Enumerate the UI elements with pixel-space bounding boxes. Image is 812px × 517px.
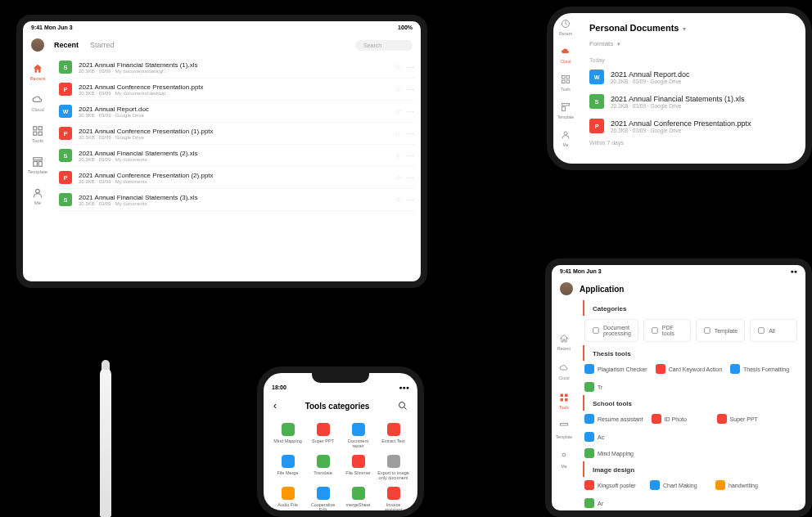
tool-item[interactable]: Mind Mapping [584, 448, 642, 458]
more-icon[interactable]: ⋯ [406, 107, 414, 116]
search-input[interactable]: Search [355, 40, 413, 51]
search-icon[interactable] [398, 401, 408, 411]
file-name: 2021 Annual Conference Presentation.pptx [611, 119, 794, 128]
more-icon[interactable]: ⋯ [406, 173, 414, 182]
tool-item[interactable]: Chart Making [650, 480, 707, 490]
file-row[interactable]: P2021 Annual Conference Presentation (2)… [59, 167, 414, 189]
back-icon[interactable]: ‹ [273, 400, 277, 411]
file-row[interactable]: W2021 Annual Report.doc20.3KB · 03/09 · … [578, 65, 805, 89]
svg-rect-26 [759, 328, 765, 334]
category-card[interactable]: All [750, 319, 797, 342]
more-icon[interactable]: ⋯ [406, 63, 414, 72]
file-row[interactable]: S2021 Annual Financial Statements (2).xl… [59, 145, 414, 167]
home-icon [32, 63, 43, 74]
sidebar-item-me[interactable]: Me [558, 451, 570, 469]
sidebar-item-tools[interactable]: Tools [32, 125, 43, 143]
tool-item[interactable]: Kingsoft poster [584, 480, 642, 490]
tool-item[interactable]: Invoice assistant [377, 487, 409, 512]
sidebar: Recent Cloud Tools Template Me [23, 56, 52, 285]
title[interactable]: Personal Documents ▾ [589, 20, 794, 34]
file-icon: P [59, 83, 72, 96]
tab-starred[interactable]: Starred [90, 41, 115, 49]
sidebar-item-recent[interactable]: Recent [559, 18, 572, 36]
tool-item[interactable]: File Merge [272, 455, 304, 480]
tool-item[interactable]: Plagiarism Checker [584, 364, 647, 374]
star-icon[interactable]: ☆ [395, 129, 401, 137]
file-row[interactable]: P2021 Annual Conference Presentation.ppt… [578, 114, 805, 138]
header: Application [552, 277, 805, 300]
tool-icon [584, 382, 594, 392]
formats-filter[interactable]: Formats ▾ [589, 34, 794, 49]
file-row[interactable]: S2021 Annual Financial Statements (3).xl… [59, 189, 414, 211]
star-icon[interactable]: ☆ [395, 63, 401, 71]
tool-item[interactable]: Export to image only document [377, 455, 409, 480]
svg-rect-13 [562, 104, 569, 106]
tool-item[interactable]: File Slimmer [342, 455, 374, 480]
tool-item[interactable]: Tr [584, 382, 642, 392]
tool-item[interactable]: Audio File [272, 487, 304, 512]
category-card[interactable]: PDF tools [643, 319, 691, 342]
more-icon[interactable]: ⋯ [406, 196, 414, 205]
star-icon[interactable]: ☆ [395, 173, 401, 182]
person-icon [558, 451, 570, 462]
file-icon: P [59, 127, 72, 140]
svg-rect-18 [565, 394, 568, 398]
tool-icon [652, 414, 661, 424]
sidebar-item-cloud[interactable]: Cloud [560, 46, 571, 64]
sidebar-item-template[interactable]: Template [557, 101, 574, 119]
tool-item[interactable]: Cooperative Edit [307, 487, 339, 512]
tool-item[interactable]: handwriting [715, 480, 773, 490]
svg-rect-0 [34, 127, 37, 130]
tool-icon [282, 487, 295, 500]
category-card[interactable]: Template [696, 319, 745, 342]
file-row[interactable]: P2021 Annual Conference Presentation (1)… [59, 123, 414, 145]
file-row[interactable]: P2021 Annual Conference Presentation.ppt… [59, 79, 414, 101]
sidebar-item-recent[interactable]: Recent [557, 333, 571, 351]
tool-item[interactable]: Ac [584, 432, 642, 442]
file-row[interactable]: S2021 Annual Financial Statements (1).xl… [59, 56, 414, 79]
star-icon[interactable]: ☆ [395, 107, 401, 115]
file-row[interactable]: W2021 Annual Report.doc20.3KB · 03/09 · … [59, 101, 414, 123]
tab-recent[interactable]: Recent [54, 41, 79, 49]
file-row[interactable]: S2021 Annual Financial Statements (1).xl… [578, 89, 805, 114]
more-icon[interactable]: ⋯ [406, 85, 414, 94]
tool-name: Mind Mapping [598, 451, 634, 456]
tool-item[interactable]: Extract Text [377, 423, 409, 448]
tool-item[interactable]: Super PPT [307, 423, 339, 448]
sidebar-item-cloud[interactable]: Cloud [31, 94, 44, 112]
grid-icon [558, 392, 570, 403]
sidebar-item-me[interactable]: Me [560, 129, 571, 147]
sidebar-item-cloud[interactable]: Cloud [558, 362, 570, 380]
category-name: Document processing [603, 325, 631, 336]
star-icon[interactable]: ☆ [395, 85, 401, 93]
avatar[interactable] [31, 38, 44, 52]
tool-name: Tr [598, 384, 602, 390]
tool-icon [282, 455, 295, 468]
tool-icon [352, 423, 365, 436]
tool-item[interactable]: Card Keyword Action [656, 364, 722, 374]
tool-item[interactable]: Mind Mapping [272, 423, 304, 448]
tool-item[interactable]: Document repair [342, 423, 374, 448]
svg-rect-2 [34, 132, 37, 135]
tool-item[interactable]: Translate [307, 455, 339, 480]
tool-icon [717, 414, 727, 424]
tool-item[interactable]: ID Photo [652, 414, 709, 424]
file-name: 2021 Annual Conference Presentation (1).… [79, 128, 395, 135]
sidebar-item-tools[interactable]: Tools [558, 392, 570, 410]
tool-item[interactable]: mergeSheet [342, 487, 374, 512]
more-icon[interactable]: ⋯ [406, 151, 414, 160]
tool-item[interactable]: Resume assistant [584, 414, 643, 424]
avatar[interactable] [560, 282, 573, 295]
more-icon[interactable]: ⋯ [406, 129, 414, 138]
sidebar-item-template[interactable]: Template [28, 156, 47, 174]
sidebar-item-recent[interactable]: Recent [29, 63, 45, 81]
sidebar-item-template[interactable]: Template [556, 421, 572, 439]
tool-item[interactable]: Ar [584, 498, 642, 508]
star-icon[interactable]: ☆ [395, 196, 401, 204]
category-card[interactable]: Document processing [584, 319, 638, 342]
sidebar-item-me[interactable]: Me [32, 187, 43, 205]
tool-item[interactable]: Super PPT [717, 414, 774, 424]
tool-item[interactable]: Thesis Formatting [730, 364, 789, 374]
sidebar-item-tools[interactable]: Tools [560, 74, 571, 92]
star-icon[interactable]: ☆ [395, 151, 401, 160]
